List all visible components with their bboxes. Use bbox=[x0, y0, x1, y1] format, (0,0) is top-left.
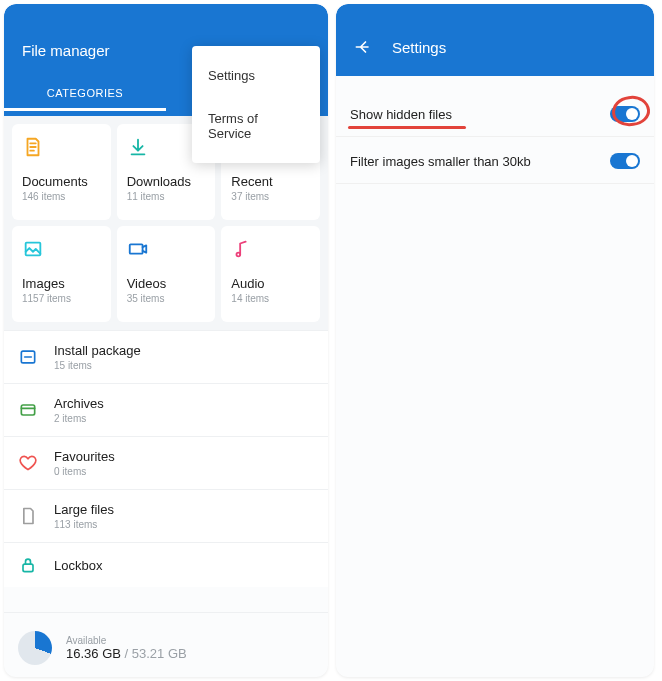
storage-row[interactable]: Available 16.36 GB / 53.21 GB bbox=[4, 612, 328, 677]
toggle-filter-images[interactable] bbox=[610, 153, 640, 169]
apk-icon bbox=[18, 347, 38, 367]
row-sub: 15 items bbox=[54, 360, 141, 371]
tab-categories[interactable]: CATEGORIES bbox=[4, 77, 166, 111]
tile-label: Videos bbox=[127, 276, 206, 291]
svg-rect-5 bbox=[21, 405, 34, 415]
row-sub: 0 items bbox=[54, 466, 115, 477]
settings-screen: Settings Show hidden files Filter images… bbox=[336, 4, 654, 677]
tile-videos[interactable]: Videos 35 items bbox=[117, 226, 216, 322]
tile-label: Documents bbox=[22, 174, 101, 189]
annotation-underline bbox=[348, 126, 466, 129]
download-icon bbox=[127, 136, 149, 158]
tile-sub: 11 items bbox=[127, 191, 206, 202]
tile-label: Downloads bbox=[127, 174, 206, 189]
svg-point-3 bbox=[237, 253, 241, 257]
row-label: Large files bbox=[54, 502, 114, 517]
row-archives[interactable]: Archives2 items bbox=[4, 383, 328, 436]
tile-documents[interactable]: Documents 146 items bbox=[12, 124, 111, 220]
tile-label: Images bbox=[22, 276, 101, 291]
storage-value: 16.36 GB / 53.21 GB bbox=[66, 646, 187, 661]
app-header: File manager CATEGORIES Settings Terms o… bbox=[4, 4, 328, 116]
music-icon bbox=[231, 238, 253, 260]
file-icon bbox=[18, 506, 38, 526]
tile-sub: 14 items bbox=[231, 293, 310, 304]
menu-terms[interactable]: Terms of Service bbox=[192, 97, 320, 155]
archive-icon bbox=[18, 400, 38, 420]
storage-pie-icon bbox=[18, 631, 52, 665]
row-label: Install package bbox=[54, 343, 141, 358]
tile-images[interactable]: Images 1157 items bbox=[12, 226, 111, 322]
svg-rect-2 bbox=[129, 244, 142, 253]
tile-label: Recent bbox=[231, 174, 310, 189]
setting-label: Show hidden files bbox=[350, 107, 452, 122]
file-manager-screen: File manager CATEGORIES Settings Terms o… bbox=[4, 4, 328, 677]
tile-label: Audio bbox=[231, 276, 310, 291]
menu-settings[interactable]: Settings bbox=[192, 54, 320, 97]
arrow-left-icon bbox=[353, 37, 373, 57]
row-large-files[interactable]: Large files113 items bbox=[4, 489, 328, 542]
image-icon bbox=[22, 238, 44, 260]
tile-sub: 37 items bbox=[231, 191, 310, 202]
row-install-package[interactable]: Install package15 items bbox=[4, 330, 328, 383]
row-label: Archives bbox=[54, 396, 104, 411]
video-icon bbox=[127, 238, 149, 260]
toggle-show-hidden[interactable] bbox=[610, 106, 640, 122]
back-button[interactable] bbox=[352, 36, 374, 58]
row-label: Favourites bbox=[54, 449, 115, 464]
category-list: Install package15 items Archives2 items … bbox=[4, 330, 328, 587]
row-label: Lockbox bbox=[54, 558, 102, 573]
tile-sub: 1157 items bbox=[22, 293, 101, 304]
setting-label: Filter images smaller than 30kb bbox=[350, 154, 531, 169]
row-sub: 113 items bbox=[54, 519, 114, 530]
row-sub: 2 items bbox=[54, 413, 104, 424]
tile-sub: 146 items bbox=[22, 191, 101, 202]
svg-rect-6 bbox=[23, 564, 33, 572]
storage-label: Available bbox=[66, 635, 187, 646]
row-lockbox[interactable]: Lockbox bbox=[4, 542, 328, 587]
setting-filter-images[interactable]: Filter images smaller than 30kb bbox=[336, 137, 654, 184]
tile-sub: 35 items bbox=[127, 293, 206, 304]
row-favourites[interactable]: Favourites0 items bbox=[4, 436, 328, 489]
setting-show-hidden[interactable]: Show hidden files bbox=[336, 90, 654, 137]
document-icon bbox=[22, 136, 44, 158]
tile-audio[interactable]: Audio 14 items bbox=[221, 226, 320, 322]
lock-icon bbox=[18, 555, 38, 575]
settings-header: Settings bbox=[336, 4, 654, 76]
settings-title: Settings bbox=[392, 39, 446, 56]
overflow-menu: Settings Terms of Service bbox=[192, 46, 320, 163]
heart-icon bbox=[18, 453, 38, 473]
